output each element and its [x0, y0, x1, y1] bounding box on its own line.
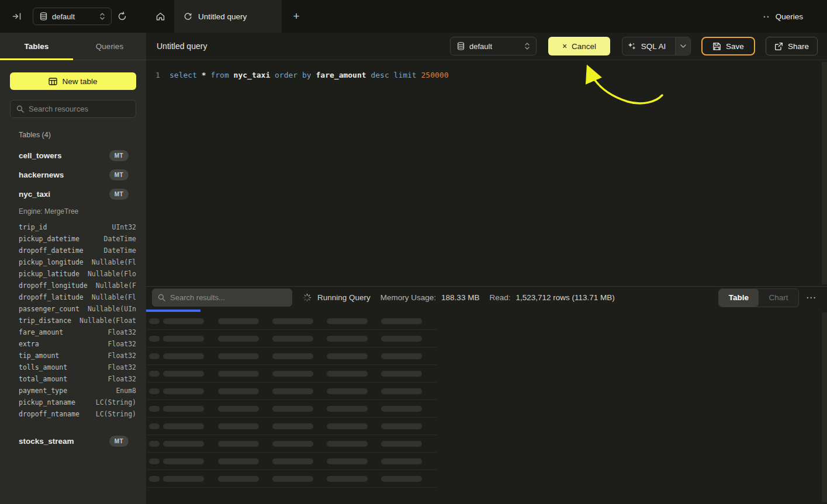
refresh-icon[interactable]	[117, 12, 127, 21]
skeleton-cell	[149, 371, 160, 377]
column-name: pickup_ntaname	[19, 398, 75, 406]
database-icon	[40, 12, 47, 20]
queries-link[interactable]: ·· Queries	[763, 0, 827, 33]
skeleton-cell	[149, 441, 160, 447]
column-name: dropoff_ntaname	[19, 410, 79, 418]
memory-usage-label: Memory Usage:	[380, 293, 436, 302]
column-name: pickup_latitude	[19, 270, 79, 278]
editor-scrollbar[interactable]	[822, 62, 827, 284]
chevron-updown-icon	[524, 42, 530, 50]
skeleton-cell	[163, 406, 204, 412]
query-running-spinner-icon	[184, 12, 192, 21]
skeleton-cell	[218, 353, 259, 359]
query-progress-bar	[146, 310, 200, 312]
column-name: fare_amount	[19, 328, 63, 336]
table-row-stocks_stream[interactable]: stocks_streamMT	[10, 432, 136, 451]
results-search-input[interactable]	[170, 293, 286, 302]
more-options-button[interactable]: ⋯	[806, 293, 816, 303]
skeleton-cell	[218, 371, 259, 377]
resource-search-input[interactable]	[29, 105, 130, 113]
query-database-selector-value: default	[469, 42, 520, 51]
skeleton-cell	[218, 406, 259, 412]
plus-icon: +	[293, 10, 299, 23]
skeleton-row	[148, 400, 437, 418]
column-type: DateTime	[104, 235, 136, 243]
query-title: Untitled query	[157, 41, 207, 51]
sql-code: select * from nyc_taxi order by fare_amo…	[169, 69, 449, 81]
table-row-hackernews[interactable]: hackernewsMT	[10, 165, 136, 185]
chevron-updown-icon	[99, 12, 105, 20]
new-tab-button[interactable]: +	[282, 0, 311, 33]
view-toggle: TableChart	[718, 289, 799, 307]
column-name: dropoff_datetime	[19, 246, 84, 255]
skeleton-cell	[381, 476, 422, 482]
skeleton-cell	[218, 441, 259, 447]
cancel-button[interactable]: × Cancel	[548, 37, 610, 55]
sql-ai-button[interactable]: SQL AI	[622, 37, 691, 55]
skeleton-cell	[163, 458, 204, 464]
query-database-selector[interactable]: default	[450, 37, 537, 55]
column-row: tip_amountFloat32	[10, 350, 136, 362]
table-name: stocks_stream	[19, 437, 74, 446]
column-row: pickup_ntanameLC(String)	[10, 397, 136, 408]
sidebar-content: New table Tables (4) cell_towersMThacker…	[0, 72, 146, 451]
tables-section-label: Tables (4)	[10, 131, 136, 139]
skeleton-cell	[163, 353, 204, 359]
column-row: pickup_latitudeNullable(Flo	[10, 268, 136, 280]
table-grid-icon	[49, 78, 57, 85]
collapse-sidebar-icon[interactable]	[12, 12, 22, 21]
skeleton-cell	[272, 371, 313, 377]
table-row-nyc_taxi[interactable]: nyc_taxiMT	[10, 185, 136, 204]
view-toggle-table[interactable]: Table	[719, 289, 759, 307]
chevron-down-icon	[680, 44, 686, 48]
skeleton-cell	[381, 388, 422, 394]
skeleton-row	[148, 347, 437, 365]
new-table-button[interactable]: New table	[10, 72, 136, 90]
home-tab[interactable]	[146, 0, 174, 33]
main-panel: Untitled query default × Cancel	[146, 33, 827, 504]
save-button[interactable]: Save	[701, 37, 755, 55]
share-button[interactable]: Share	[766, 37, 818, 55]
skeleton-cell	[218, 476, 259, 482]
table-row-cell_towers[interactable]: cell_towersMT	[10, 146, 136, 165]
top-bar: default	[0, 0, 827, 33]
loading-spinner-icon	[303, 293, 312, 302]
skeleton-row	[148, 418, 437, 435]
column-row: dropoff_datetimeDateTime	[10, 245, 136, 256]
query-toolbar: Untitled query default × Cancel	[146, 33, 827, 60]
sidebar-tab-tables[interactable]: Tables	[0, 33, 73, 60]
skeleton-cell	[381, 336, 422, 342]
column-type: Enum8	[116, 387, 136, 395]
column-row: pickup_datetimeDateTime	[10, 233, 136, 245]
editor-line: 1 select * from nyc_taxi order by fare_a…	[146, 60, 827, 81]
sql-ai-main[interactable]: SQL AI	[622, 37, 670, 55]
column-type: Nullable(UIn	[88, 305, 136, 313]
sql-ai-label: SQL AI	[641, 42, 666, 51]
column-name: pickup_longitude	[19, 258, 84, 266]
skeleton-cell	[327, 388, 368, 394]
sidebar-tab-queries[interactable]: Queries	[73, 33, 146, 60]
sql-ai-dropdown[interactable]	[675, 37, 690, 55]
column-row: dropoff_latitudeNullable(Fl	[10, 291, 136, 303]
database-selector[interactable]: default	[33, 8, 112, 25]
column-type: Float32	[108, 352, 136, 360]
table-engine-badge: MT	[109, 169, 129, 180]
skeleton-cell	[163, 318, 204, 324]
results-scrollbar[interactable]	[822, 312, 827, 502]
tab-title: Untitled query	[198, 12, 247, 21]
table-engine-badge: MT	[109, 436, 129, 447]
close-icon: ×	[562, 42, 567, 50]
column-name: total_amount	[19, 375, 67, 383]
skeleton-cell	[381, 441, 422, 447]
view-toggle-chart[interactable]: Chart	[759, 289, 798, 307]
home-icon	[155, 12, 165, 22]
skeleton-cell	[218, 318, 259, 324]
read-label: Read:	[489, 293, 510, 302]
column-row: passenger_countNullable(UIn	[10, 303, 136, 315]
tab-untitled-query[interactable]: Untitled query	[174, 0, 282, 33]
database-icon	[457, 42, 465, 50]
sql-editor[interactable]: 1 select * from nyc_taxi order by fare_a…	[146, 60, 827, 286]
save-icon	[712, 42, 721, 51]
sparkles-icon	[627, 41, 636, 51]
column-type: Nullable(Fl	[92, 293, 136, 301]
